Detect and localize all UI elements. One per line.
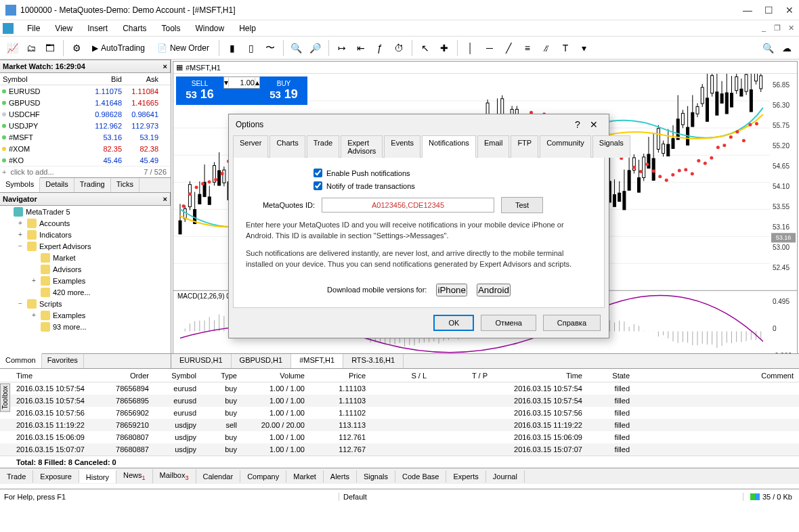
dlgtab-email[interactable]: Email <box>477 135 510 158</box>
ok-button[interactable]: OK <box>433 315 474 331</box>
qty-up-icon[interactable]: ▴ <box>255 78 259 87</box>
dlgtab-community[interactable]: Community <box>540 135 591 158</box>
dialog-close-icon[interactable]: ✕ <box>586 119 602 130</box>
dlgtab-events[interactable]: Events <box>384 135 420 158</box>
tree-item[interactable]: −Scripts <box>0 298 171 309</box>
market-watch-icon[interactable]: 🗔 <box>42 40 58 56</box>
tab-mailbox[interactable]: Mailbox3 <box>153 469 196 483</box>
menu-file[interactable]: File <box>20 22 47 35</box>
tab-symbols[interactable]: Symbols <box>0 177 40 192</box>
chart-tab-gbpusd[interactable]: GBPUSD,H1 <box>232 354 292 368</box>
tab-experts[interactable]: Experts <box>446 470 485 483</box>
dialog-title-bar[interactable]: Options ? ✕ <box>229 114 609 135</box>
dlgtab-notifications[interactable]: Notifications <box>422 135 476 158</box>
menu-tools[interactable]: Tools <box>155 22 188 35</box>
hline-icon[interactable]: ─ <box>481 40 498 56</box>
tab-news[interactable]: News1 <box>116 469 153 483</box>
chart-tab-eurusd[interactable]: EURUSD,H1 <box>171 354 232 368</box>
options-icon[interactable]: ⚙ <box>68 40 85 56</box>
profile-icon[interactable]: 🗂 <box>23 40 39 56</box>
dlgtab-ea[interactable]: Expert Advisors <box>341 135 383 158</box>
tab-common[interactable]: Common <box>0 353 42 368</box>
market-watch-row[interactable]: #XOM82.3582.38 <box>0 143 171 154</box>
history-row[interactable]: 2016.03.15 10:57:5478656895eurusdbuy1.00… <box>0 395 799 407</box>
tab-favorites[interactable]: Favorites <box>42 354 84 368</box>
new-chart-icon[interactable]: 📈 <box>4 40 20 56</box>
market-watch-row[interactable]: #MSFT53.1653.19 <box>0 131 171 143</box>
equidistant-icon[interactable]: ⫽ <box>538 40 555 56</box>
app-menu-icon[interactable] <box>3 23 14 34</box>
dlgtab-charts[interactable]: Charts <box>269 135 305 158</box>
order-quantity[interactable]: ▾▴ <box>223 76 260 89</box>
new-order-button[interactable]: 📄 New Order <box>152 40 214 56</box>
menu-view[interactable]: View <box>48 22 79 35</box>
zoom-out-icon[interactable]: 🔎 <box>307 40 324 56</box>
mdi-close-icon[interactable]: ✕ <box>785 24 796 32</box>
android-button[interactable]: Android <box>477 284 511 296</box>
auto-scroll-icon[interactable]: ↦ <box>334 40 350 56</box>
tree-item[interactable]: +Indicators <box>0 229 171 240</box>
toolbox-vertical-label[interactable]: Toolbox <box>0 383 10 412</box>
candle-chart-icon[interactable]: ▯ <box>243 40 259 56</box>
tree-item[interactable]: Market <box>0 252 171 263</box>
market-watch-row[interactable]: USDCHF0.986280.98641 <box>0 108 171 120</box>
mql5-icon[interactable]: ☁ <box>779 40 795 56</box>
tree-root[interactable]: MetaTrader 5 <box>0 206 171 217</box>
tab-details[interactable]: Details <box>40 178 74 192</box>
cancel-button[interactable]: Отмена <box>481 315 536 331</box>
objects-icon[interactable]: ▾ <box>576 40 592 56</box>
tree-item[interactable]: 420 more... <box>0 286 171 298</box>
indicators-icon[interactable]: ƒ <box>372 40 388 56</box>
history-row[interactable]: 2016.03.15 15:06:0978680807usdjpybuy1.00… <box>0 431 799 443</box>
mdi-restore-icon[interactable]: ❐ <box>772 24 783 32</box>
chart-shift-icon[interactable]: ⇤ <box>353 40 369 56</box>
periods-icon[interactable]: ⏱ <box>391 40 407 56</box>
tab-trade[interactable]: Trade <box>0 470 33 483</box>
metaquotes-id-input[interactable] <box>322 198 494 213</box>
dialog-help-icon[interactable]: ? <box>569 119 586 130</box>
iphone-button[interactable]: iPhone <box>436 284 467 296</box>
dlgtab-server[interactable]: Server <box>233 135 268 158</box>
market-watch-row[interactable]: USDJPY112.962112.973 <box>0 120 171 131</box>
qty-down-icon[interactable]: ▾ <box>224 78 229 87</box>
zoom-in-icon[interactable]: 🔍 <box>288 40 305 56</box>
notify-trade-checkbox[interactable]: Notify of trade transactions <box>314 181 415 190</box>
tab-trading[interactable]: Trading <box>74 178 111 192</box>
chart-tab-msft[interactable]: #MSFT,H1 <box>291 354 343 368</box>
history-row[interactable]: 2016.03.15 11:19:2278659210usdjpysell20.… <box>0 419 799 431</box>
tab-exposure[interactable]: Exposure <box>33 470 79 483</box>
market-watch-row[interactable]: EURUSD1.110751.11084 <box>0 85 171 97</box>
tree-item[interactable]: Advisors <box>0 263 171 275</box>
market-watch-add-row[interactable]: + click to add... 7 / 526 <box>0 166 171 177</box>
help-button[interactable]: Справка <box>543 315 601 331</box>
search-icon[interactable]: 🔍 <box>760 40 776 56</box>
tab-history[interactable]: History <box>79 470 116 483</box>
crosshair-icon[interactable]: ✚ <box>436 40 452 56</box>
vline-icon[interactable]: │ <box>462 40 479 56</box>
market-watch-close-icon[interactable]: × <box>163 62 167 70</box>
menu-window[interactable]: Window <box>189 22 232 35</box>
qty-input[interactable] <box>229 79 255 87</box>
dlgtab-trade[interactable]: Trade <box>307 135 339 158</box>
chart-tab-rts[interactable]: RTS-3.16,H1 <box>343 354 404 368</box>
enable-push-checkbox[interactable]: Enable Push notifications <box>314 169 410 177</box>
tab-company[interactable]: Company <box>240 470 286 483</box>
cursor-icon[interactable]: ↖ <box>417 40 433 56</box>
close-button[interactable]: ✕ <box>785 5 794 16</box>
tab-signals[interactable]: Signals <box>357 470 395 483</box>
minimize-button[interactable]: — <box>743 5 752 16</box>
menu-charts[interactable]: Charts <box>116 22 153 35</box>
fibo-icon[interactable]: ≡ <box>519 40 536 56</box>
tree-item[interactable]: +Accounts <box>0 217 171 229</box>
history-row[interactable]: 2016.03.15 10:57:5678656902eurusdbuy1.00… <box>0 407 799 419</box>
line-chart-icon[interactable]: 〜 <box>262 40 278 56</box>
tab-journal[interactable]: Journal <box>486 470 525 483</box>
maximize-button[interactable]: ☐ <box>764 5 773 16</box>
menu-help[interactable]: Help <box>232 22 263 35</box>
tree-item[interactable]: 93 more... <box>0 321 171 332</box>
bar-chart-icon[interactable]: ▮ <box>224 40 240 56</box>
autotrading-button[interactable]: ▶ AutoTrading <box>87 40 150 56</box>
test-button[interactable]: Test <box>501 197 543 213</box>
history-row[interactable]: 2016.03.15 10:57:5478656894eurusdbuy1.00… <box>0 382 799 395</box>
text-icon[interactable]: T <box>557 40 574 56</box>
